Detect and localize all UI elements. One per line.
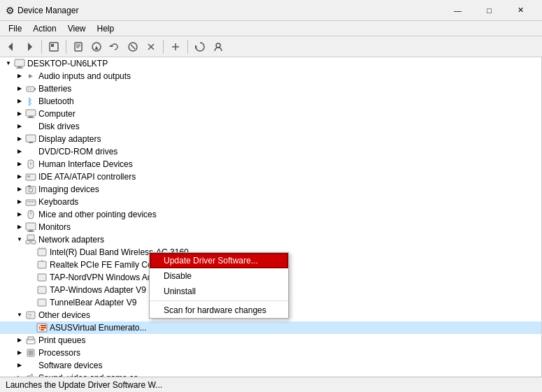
other-icon: ? — [25, 310, 36, 321]
tree-item-hid[interactable]: Human Interface Devices — [0, 158, 541, 170]
disk-icon — [25, 121, 36, 132]
net-realtek-expander — [25, 259, 36, 270]
svg-line-12 — [131, 45, 135, 49]
ctx-disable[interactable]: Disable — [150, 268, 288, 284]
other-label: Other devices — [38, 309, 90, 321]
hid-expander[interactable] — [14, 159, 25, 170]
uninstall-button[interactable] — [143, 38, 159, 55]
tree-item-network[interactable]: Network adapters — [0, 233, 541, 246]
window-title: Device Manager — [17, 6, 442, 15]
svg-rect-46 — [27, 201, 29, 203]
tree-item-ide[interactable]: IDE ATA/ATAPI controllers — [0, 170, 541, 183]
network-icon — [25, 234, 36, 245]
sound-expander[interactable] — [14, 372, 25, 377]
mice-expander[interactable] — [14, 209, 25, 220]
svg-rect-80 — [28, 342, 34, 343]
add-legacy-button[interactable] — [167, 38, 184, 55]
ide-label: IDE ATA/ATAPI controllers — [38, 170, 136, 183]
svg-point-18 — [216, 43, 220, 48]
tree-item-display[interactable]: Display adapters — [0, 133, 541, 145]
device-properties-button[interactable] — [210, 38, 227, 55]
ctx-separator — [150, 300, 288, 301]
ctx-scan-hardware[interactable]: Scan for hardware changes — [150, 303, 288, 318]
forward-button[interactable] — [21, 38, 38, 55]
tree-item-printq[interactable]: Print queues — [0, 334, 541, 347]
dvd-expander[interactable] — [14, 146, 25, 157]
audio-expander[interactable] — [14, 71, 25, 82]
computer-expander[interactable] — [14, 108, 25, 119]
ctx-update-driver[interactable]: Update Driver Software... — [150, 253, 288, 268]
tree-item-audio[interactable]: Audio inputs and outputs — [0, 70, 541, 82]
rollback-button[interactable] — [106, 38, 123, 55]
window-controls: — □ ✕ — [442, 0, 536, 21]
processors-icon — [25, 347, 36, 358]
update-driver-button[interactable]: ▲ — [88, 38, 105, 55]
disk-expander[interactable] — [14, 121, 25, 132]
disk-label: Disk drives — [38, 120, 80, 133]
processors-expander[interactable] — [14, 347, 25, 358]
tree-item-monitors[interactable]: Monitors — [0, 221, 541, 233]
ctx-uninstall[interactable]: Uninstall — [150, 284, 288, 299]
svg-rect-31 — [27, 117, 34, 118]
tree-item-keyboards[interactable]: Keyboards — [0, 196, 541, 208]
menu-action[interactable]: Action — [27, 22, 62, 35]
tree-item-software[interactable]: Software devices — [0, 359, 541, 372]
svg-text:ᛒ: ᛒ — [27, 96, 33, 107]
ide-icon — [25, 171, 36, 182]
tree-item-processors[interactable]: Processors — [0, 347, 541, 359]
show-hidden-button[interactable] — [45, 38, 62, 55]
other-expander[interactable] — [14, 310, 25, 321]
tree-panel[interactable]: DESKTOP-UN6LKTP Audio inputs and outputs… — [0, 57, 542, 377]
status-bar: Launches the Update Driver Software W... — [0, 377, 542, 392]
net-tunnel-icon — [36, 297, 48, 308]
maximize-button[interactable]: □ — [473, 0, 505, 21]
svg-rect-75 — [41, 325, 46, 326]
svg-rect-54 — [27, 231, 34, 232]
tree-item-imaging[interactable]: Imaging devices — [0, 183, 541, 196]
scan-hardware-button[interactable] — [192, 38, 208, 55]
tree-item-batteries[interactable]: Batteries — [0, 82, 541, 95]
menu-help[interactable]: Help — [92, 22, 120, 35]
software-expander[interactable] — [14, 360, 25, 371]
svg-text:!: ! — [38, 325, 41, 331]
menu-view[interactable]: View — [62, 22, 92, 35]
svg-rect-21 — [16, 68, 23, 68]
svg-rect-62 — [38, 249, 46, 256]
tree-item-mice[interactable]: Mice and other pointing devices — [0, 208, 541, 221]
toolbar-sep-3 — [163, 40, 164, 54]
tree-item-dvd[interactable]: DVD/CD-ROM drives — [0, 145, 541, 158]
printq-icon — [25, 335, 36, 346]
root-expander[interactable] — [3, 58, 14, 69]
printq-expander[interactable] — [14, 335, 25, 346]
minimize-button[interactable]: — — [442, 0, 473, 21]
close-button[interactable]: ✕ — [505, 0, 536, 21]
display-expander[interactable] — [14, 133, 25, 145]
keyboards-expander[interactable] — [14, 196, 25, 208]
menu-file[interactable]: File — [3, 22, 27, 35]
properties-button[interactable] — [70, 38, 87, 55]
dvd-icon — [25, 146, 36, 157]
tree-item-disk[interactable]: Disk drives — [0, 120, 541, 133]
monitors-icon — [25, 222, 36, 233]
tree-root[interactable]: DESKTOP-UN6LKTP — [0, 57, 541, 70]
printq-label: Print queues — [38, 334, 85, 347]
network-expander[interactable] — [14, 234, 25, 245]
tree-item-sound[interactable]: Sound, video and game co... — [0, 372, 541, 377]
tree-item-bluetooth[interactable]: ᛒ Bluetooth — [0, 95, 541, 108]
batteries-expander[interactable] — [14, 83, 25, 94]
back-button[interactable] — [3, 38, 20, 55]
hid-icon — [25, 159, 36, 170]
tree-item-asus[interactable]: ! ASUSVirtual Enumerato... — [0, 321, 541, 334]
ide-expander[interactable] — [14, 171, 25, 182]
asus-icon: ! — [36, 322, 48, 333]
monitors-expander[interactable] — [14, 222, 25, 233]
tree-item-computer[interactable]: Computer — [0, 108, 541, 120]
disable-button[interactable] — [124, 38, 141, 55]
svg-rect-25 — [34, 88, 36, 90]
imaging-expander[interactable] — [14, 184, 25, 195]
bluetooth-expander[interactable] — [14, 96, 25, 107]
net-tap-icon — [36, 272, 48, 283]
svg-rect-79 — [28, 337, 34, 340]
net-tunnel-expander — [25, 297, 36, 308]
svg-rect-52 — [26, 223, 36, 230]
